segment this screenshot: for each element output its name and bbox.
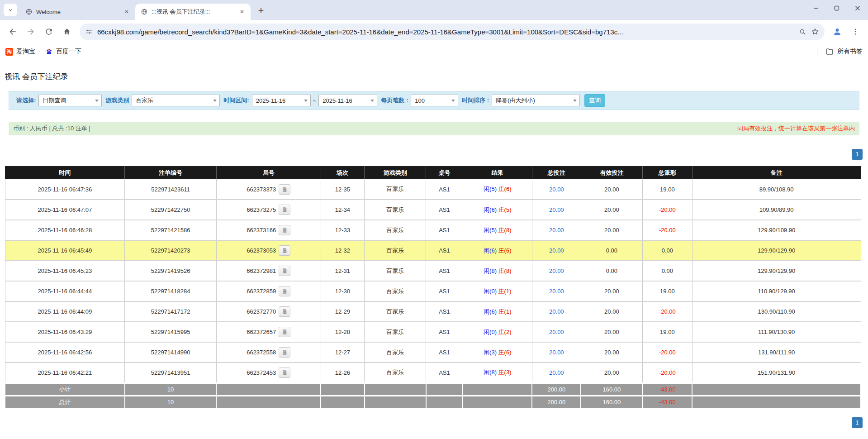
round-number: 662372981 bbox=[247, 267, 276, 274]
tab-strip: Welcome ✕ :::视讯 会员下注纪录::: ✕ + bbox=[0, 0, 868, 20]
cell-result: 闲(8) 庄(8) bbox=[463, 261, 532, 281]
kebab-icon bbox=[851, 28, 859, 36]
cell-session: 12-32 bbox=[321, 240, 364, 261]
taobao-icon: 淘 bbox=[5, 48, 13, 56]
bet-amount-link[interactable]: 20.00 bbox=[549, 308, 564, 315]
header-session: 场次 bbox=[321, 166, 364, 179]
select-sort[interactable]: 降幂(由大到小) bbox=[492, 95, 580, 106]
new-tab-button[interactable]: + bbox=[254, 4, 268, 17]
search-button[interactable]: 查询 bbox=[584, 94, 605, 107]
tab-welcome[interactable]: Welcome ✕ bbox=[20, 4, 135, 20]
bet-amount-link[interactable]: 20.00 bbox=[549, 349, 564, 356]
round-number: 662373166 bbox=[247, 227, 276, 234]
page-button[interactable]: 1 bbox=[852, 149, 863, 160]
cell-bet-id: 522971414990 bbox=[125, 342, 216, 363]
cell-game: 百家乐 bbox=[365, 200, 426, 220]
cell-bet-id: 522971419526 bbox=[125, 261, 216, 281]
cell-time: 2025-11-16 06:42:21 bbox=[5, 363, 125, 383]
tab-close-button[interactable]: ✕ bbox=[123, 8, 131, 16]
select-value: 日期查询 bbox=[43, 96, 66, 105]
menu-button[interactable] bbox=[847, 24, 863, 40]
header-valid-bet: 有效投注 bbox=[581, 166, 642, 179]
cell-round: 662373373 bbox=[216, 179, 321, 200]
select-value: 2025-11-16 bbox=[323, 97, 352, 104]
bet-amount-link[interactable]: 20.00 bbox=[549, 227, 564, 234]
video-replay-button[interactable] bbox=[279, 347, 290, 358]
info-bar: 币别 : 人民币 | 总共 :10 注单 | 同局有效投注，统一计算在该局第一张… bbox=[9, 122, 859, 135]
video-replay-button[interactable] bbox=[279, 205, 290, 215]
header-payout: 总派彩 bbox=[642, 166, 692, 179]
profile-button[interactable] bbox=[829, 24, 845, 40]
cell-total-bet: 20.00 bbox=[532, 261, 581, 281]
tab-search-button[interactable] bbox=[4, 4, 17, 16]
bookmark-star-icon[interactable] bbox=[811, 28, 819, 36]
select-per-page[interactable]: 100 bbox=[411, 95, 458, 106]
select-date-end[interactable]: 2025-11-16 bbox=[318, 95, 377, 106]
cell-table: AS1 bbox=[426, 220, 463, 240]
select-date-start[interactable]: 2025-11-16 bbox=[252, 95, 311, 106]
cell-note: 129.90/129.90 bbox=[692, 240, 861, 261]
home-icon bbox=[62, 27, 71, 36]
all-bookmarks-label: 所有书签 bbox=[837, 48, 863, 56]
url-text[interactable]: 66cxkj98.com/game/betrecord_search/kind3… bbox=[97, 28, 794, 36]
bookmark-item-aitaobao[interactable]: 淘 爱淘宝 bbox=[5, 48, 35, 56]
bet-amount-link[interactable]: 20.00 bbox=[549, 288, 564, 295]
video-replay-button[interactable] bbox=[279, 184, 290, 195]
result-banker: 庄(6) bbox=[498, 247, 512, 254]
cell-result: 闲(6) 庄(6) bbox=[463, 240, 532, 261]
page-button[interactable]: 1 bbox=[852, 417, 863, 428]
cell-bet-id: 522971413951 bbox=[125, 363, 216, 383]
maximize-button[interactable] bbox=[826, 0, 847, 16]
video-replay-button[interactable] bbox=[279, 367, 290, 378]
zoom-icon[interactable] bbox=[799, 28, 806, 36]
cell-total-bet: 20.00 bbox=[532, 179, 581, 200]
video-replay-button[interactable] bbox=[279, 306, 290, 317]
bookmark-item-baidu[interactable]: 百度一下 bbox=[45, 48, 81, 56]
bet-amount-link[interactable]: 20.00 bbox=[549, 329, 564, 335]
video-replay-button[interactable] bbox=[279, 266, 290, 276]
bet-amount-link[interactable]: 20.00 bbox=[549, 247, 564, 254]
cell-result: 闲(6) 庄(1) bbox=[463, 301, 532, 322]
tab-betrecord[interactable]: :::视讯 会员下注纪录::: ✕ bbox=[135, 4, 251, 20]
header-table: 桌号 bbox=[426, 166, 463, 179]
select-game-type[interactable]: 百家乐 bbox=[132, 95, 220, 106]
home-button[interactable] bbox=[59, 24, 75, 40]
cell-bet-id: 522971417172 bbox=[125, 301, 216, 322]
select-query-type[interactable]: 日期查询 bbox=[38, 95, 102, 106]
cell-game: 百家乐 bbox=[365, 363, 426, 383]
bet-amount-link[interactable]: 20.00 bbox=[549, 369, 564, 376]
video-replay-button[interactable] bbox=[279, 327, 290, 337]
cell-round: 662372859 bbox=[216, 281, 321, 301]
cell-round: 662373166 bbox=[216, 220, 321, 240]
header-total-bet: 总投注 bbox=[532, 166, 581, 179]
site-info-icon[interactable] bbox=[85, 28, 93, 36]
url-bar[interactable]: 66cxkj98.com/game/betrecord_search/kind3… bbox=[80, 24, 825, 40]
cell-total-bet: 20.00 bbox=[532, 301, 581, 322]
table-row: 2025-11-16 06:45:49 522971420273 6623730… bbox=[5, 240, 861, 261]
bet-amount-link[interactable]: 20.00 bbox=[549, 267, 564, 274]
table-row: 2025-11-16 06:47:36 522971423611 6623733… bbox=[5, 179, 861, 200]
filter-label-per-page: 每页笔数 : bbox=[381, 96, 408, 105]
cell-bet-id: 522971422750 bbox=[125, 200, 216, 220]
bet-amount-link[interactable]: 20.00 bbox=[549, 206, 564, 213]
cell-table: AS1 bbox=[426, 179, 463, 200]
reload-button[interactable] bbox=[41, 24, 57, 40]
video-replay-button[interactable] bbox=[279, 225, 290, 235]
bet-amount-link[interactable]: 20.00 bbox=[549, 186, 564, 193]
all-bookmarks[interactable]: 所有书签 bbox=[817, 47, 863, 56]
forward-button[interactable] bbox=[23, 24, 39, 40]
video-replay-button[interactable] bbox=[279, 286, 290, 296]
film-icon bbox=[282, 248, 288, 253]
cell-time: 2025-11-16 06:45:23 bbox=[5, 261, 125, 281]
tab-close-button[interactable]: ✕ bbox=[238, 8, 246, 16]
round-number: 662373275 bbox=[247, 206, 276, 213]
close-window-button[interactable] bbox=[847, 0, 868, 16]
cell-bet-id: 522971418284 bbox=[125, 281, 216, 301]
result-player: 闲(8) bbox=[484, 369, 497, 376]
back-button[interactable] bbox=[5, 24, 21, 40]
cell-note: 89.90/108.90 bbox=[692, 179, 861, 200]
minimize-button[interactable] bbox=[806, 0, 826, 16]
select-value: 百家乐 bbox=[136, 96, 153, 105]
round-number: 662372859 bbox=[247, 288, 276, 295]
video-replay-button[interactable] bbox=[279, 245, 290, 256]
